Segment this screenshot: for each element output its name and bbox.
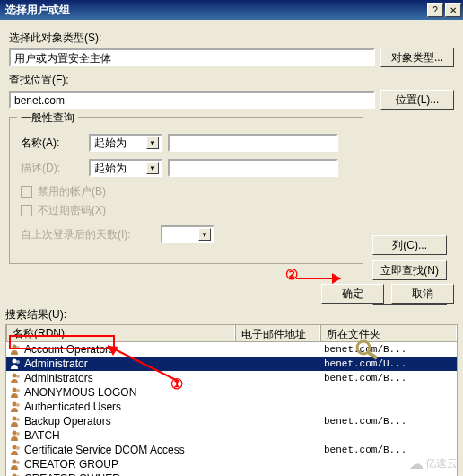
svg-point-7 bbox=[16, 375, 20, 378]
cancel-button[interactable]: 取消 bbox=[391, 284, 454, 304]
location-button[interactable]: 位置(L)... bbox=[380, 90, 454, 110]
chevron-down-icon: ▼ bbox=[198, 228, 211, 241]
svg-point-5 bbox=[16, 360, 20, 364]
table-row[interactable]: Authenticated Users bbox=[6, 400, 457, 414]
svg-point-6 bbox=[13, 374, 17, 378]
svg-point-17 bbox=[16, 446, 20, 450]
table-row[interactable]: BATCH bbox=[6, 428, 457, 443]
svg-point-3 bbox=[16, 346, 20, 349]
svg-point-18 bbox=[13, 460, 17, 464]
desc-input[interactable] bbox=[168, 159, 338, 177]
table-row[interactable]: Administratorbenet.com/U... bbox=[6, 357, 457, 371]
titlebar: 选择用户或组 ? ✕ bbox=[0, 0, 463, 20]
dialog-content: 选择此对象类型(S): 用户或内置安全主体 对象类型... 查找位置(F): b… bbox=[0, 20, 463, 273]
col-folder[interactable]: 所在文件夹 bbox=[320, 325, 457, 341]
window-title: 选择用户或组 bbox=[5, 3, 425, 18]
ok-button[interactable]: 确定 bbox=[321, 284, 384, 304]
help-button[interactable]: ? bbox=[427, 3, 443, 17]
svg-point-0 bbox=[357, 341, 370, 354]
table-row[interactable]: Administratorsbenet.com/B... bbox=[6, 371, 457, 385]
desc-op-select[interactable]: 起始为▼ bbox=[89, 159, 162, 177]
table-row[interactable]: Account Operatorsbenet.com/B... bbox=[6, 342, 457, 357]
chevron-down-icon: ▼ bbox=[146, 162, 159, 174]
results-label: 搜索结果(U): bbox=[5, 307, 458, 322]
days-since-logon-label: 自上次登录后的天数(I): bbox=[21, 227, 155, 242]
never-expire-checkbox: 不过期密码(X) bbox=[21, 203, 352, 218]
svg-point-8 bbox=[13, 388, 17, 392]
name-label: 名称(A): bbox=[21, 136, 83, 151]
find-now-button[interactable]: 立即查找(N) bbox=[372, 260, 447, 280]
svg-point-11 bbox=[16, 403, 20, 407]
common-query-legend: 一般性查询 bbox=[17, 110, 78, 126]
svg-line-1 bbox=[368, 352, 377, 358]
object-type-button[interactable]: 对象类型... bbox=[380, 48, 454, 67]
table-row[interactable]: CREATOR GROUP bbox=[6, 457, 457, 472]
table-row[interactable]: ANONYMOUS LOGON bbox=[6, 385, 457, 400]
table-row[interactable]: CREATOR OWNER bbox=[6, 472, 457, 476]
desc-label: 描述(D): bbox=[21, 161, 83, 176]
results-grid[interactable]: Account Operatorsbenet.com/B...Administr… bbox=[5, 342, 458, 476]
close-button[interactable]: ✕ bbox=[445, 3, 461, 17]
svg-point-15 bbox=[16, 432, 20, 436]
results-header: 名称(RDN) 电子邮件地址 所在文件夹 bbox=[5, 324, 458, 342]
name-op-select[interactable]: 起始为▼ bbox=[89, 134, 162, 152]
svg-point-14 bbox=[13, 431, 17, 436]
location-field: benet.com bbox=[9, 91, 375, 109]
days-since-logon-select[interactable]: ▼ bbox=[161, 225, 214, 243]
common-query-group: 一般性查询 名称(A): 起始为▼ 描述(D): 起始为▼ 禁用的帐户(B) 不… bbox=[9, 117, 363, 264]
svg-point-10 bbox=[13, 402, 17, 407]
location-label: 查找位置(F): bbox=[9, 73, 454, 88]
object-type-label: 选择此对象类型(S): bbox=[9, 31, 454, 46]
svg-marker-25 bbox=[332, 273, 341, 284]
svg-point-2 bbox=[13, 345, 17, 349]
svg-point-19 bbox=[16, 461, 20, 464]
svg-point-13 bbox=[16, 418, 20, 421]
object-type-field: 用户或内置安全主体 bbox=[9, 48, 375, 66]
name-input[interactable] bbox=[168, 134, 338, 152]
col-email[interactable]: 电子邮件地址 bbox=[235, 325, 320, 341]
svg-point-16 bbox=[13, 445, 17, 450]
columns-button[interactable]: 列(C)... bbox=[372, 235, 447, 255]
disabled-accounts-checkbox: 禁用的帐户(B) bbox=[21, 184, 352, 199]
table-row[interactable]: Certificate Service DCOM Accessbenet.com… bbox=[6, 443, 457, 457]
svg-point-12 bbox=[13, 417, 17, 421]
search-icon bbox=[354, 339, 381, 360]
watermark: ☁亿速云 bbox=[409, 455, 458, 472]
col-name[interactable]: 名称(RDN) bbox=[6, 325, 235, 341]
svg-point-4 bbox=[13, 359, 17, 364]
chevron-down-icon: ▼ bbox=[146, 137, 159, 149]
table-row[interactable]: Backup Operatorsbenet.com/B... bbox=[6, 414, 457, 428]
svg-point-9 bbox=[16, 389, 20, 392]
